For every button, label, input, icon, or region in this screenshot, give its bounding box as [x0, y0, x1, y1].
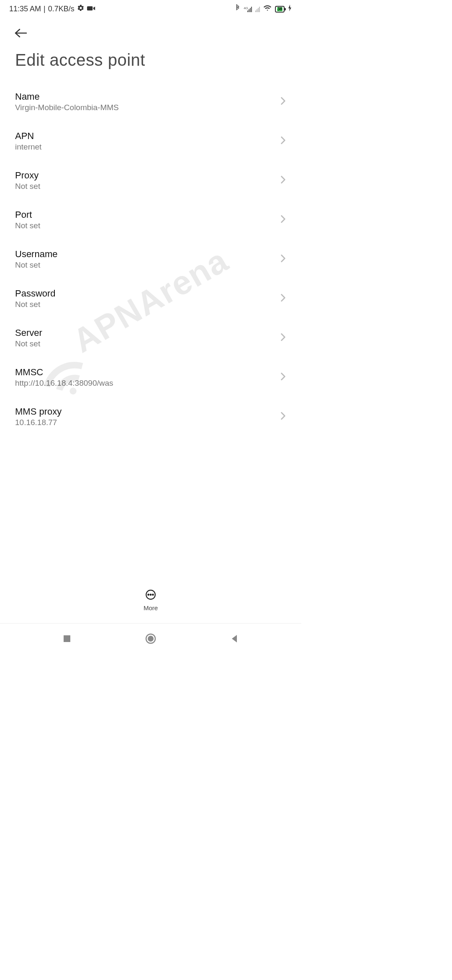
more-button[interactable]: More: [144, 589, 158, 611]
bluetooth-icon: [235, 4, 240, 14]
setting-label: Name: [15, 91, 119, 102]
setting-value: Not set: [15, 260, 57, 270]
setting-value: Not set: [15, 221, 40, 230]
setting-row-name[interactable]: NameVirgin-Mobile-Colombia-MMS: [8, 82, 293, 121]
setting-row-mmsproxy[interactable]: MMS proxy10.16.18.77: [8, 397, 293, 436]
status-separator: |: [44, 5, 46, 13]
svg-point-8: [148, 636, 154, 642]
settings-list: NameVirgin-Mobile-Colombia-MMSAPNinterne…: [0, 82, 301, 436]
square-icon: [63, 634, 71, 643]
system-nav-bar: [0, 623, 301, 653]
status-bar: 11:35 AM | 0.7KB/s 4G 38: [0, 0, 301, 16]
charging-icon: [288, 5, 292, 13]
setting-row-server[interactable]: ServerNot set: [8, 318, 293, 358]
nav-recent-button[interactable]: [59, 630, 75, 647]
back-button[interactable]: [13, 25, 29, 41]
setting-row-mmsc[interactable]: MMSChttp://10.16.18.4:38090/was: [8, 358, 293, 397]
setting-value: Virgin-Mobile-Colombia-MMS: [15, 103, 119, 112]
status-time: 11:35 AM: [9, 5, 41, 13]
battery-level: 38: [277, 7, 282, 11]
status-rate: 0.7KB/s: [48, 5, 74, 13]
gear-icon: [77, 4, 85, 14]
action-bar: More: [0, 583, 301, 618]
setting-row-apn[interactable]: APNinternet: [8, 121, 293, 161]
svg-rect-0: [87, 6, 92, 10]
chevron-right-icon: [280, 333, 286, 343]
svg-point-4: [150, 594, 152, 596]
status-left: 11:35 AM | 0.7KB/s: [9, 4, 95, 14]
battery-icon: 38: [275, 6, 285, 13]
signal-icon-1: [247, 6, 252, 12]
setting-label: Username: [15, 249, 57, 260]
setting-label: APN: [15, 131, 41, 142]
page-title: Edit access point: [0, 46, 301, 82]
setting-label: Password: [15, 288, 56, 299]
signal-icon-2: [255, 6, 260, 12]
setting-label: Port: [15, 209, 40, 220]
chevron-right-icon: [280, 175, 286, 186]
camera-icon: [87, 5, 95, 13]
chevron-right-icon: [280, 214, 286, 225]
chevron-right-icon: [280, 254, 286, 265]
setting-label: MMSC: [15, 367, 113, 378]
chevron-right-icon: [280, 293, 286, 304]
setting-label: Proxy: [15, 170, 40, 181]
chevron-right-icon: [280, 411, 286, 422]
chevron-right-icon: [280, 96, 286, 107]
svg-rect-6: [64, 635, 70, 642]
svg-point-5: [152, 594, 154, 596]
setting-value: http://10.16.18.4:38090/was: [15, 379, 113, 388]
setting-value: Not set: [15, 339, 42, 348]
chevron-right-icon: [280, 136, 286, 147]
setting-row-username[interactable]: UsernameNot set: [8, 240, 293, 279]
back-arrow-icon: [14, 28, 28, 38]
status-right: 4G 38: [235, 4, 292, 14]
nav-back-button[interactable]: [226, 630, 243, 647]
triangle-back-icon: [230, 634, 239, 643]
more-label: More: [144, 604, 158, 611]
setting-row-port[interactable]: PortNot set: [8, 200, 293, 240]
svg-point-3: [148, 594, 149, 596]
setting-value: internet: [15, 142, 41, 152]
circle-icon: [145, 633, 156, 644]
wifi-icon: [263, 5, 272, 13]
setting-row-password[interactable]: PasswordNot set: [8, 279, 293, 318]
setting-value: Not set: [15, 182, 40, 191]
top-nav: [0, 16, 301, 46]
setting-label: Server: [15, 328, 42, 338]
chevron-right-icon: [280, 372, 286, 383]
setting-value: 10.16.18.77: [15, 418, 62, 427]
more-icon: [145, 589, 156, 602]
setting-value: Not set: [15, 300, 56, 309]
nav-home-button[interactable]: [142, 630, 159, 647]
setting-row-proxy[interactable]: ProxyNot set: [8, 161, 293, 200]
setting-label: MMS proxy: [15, 406, 62, 417]
